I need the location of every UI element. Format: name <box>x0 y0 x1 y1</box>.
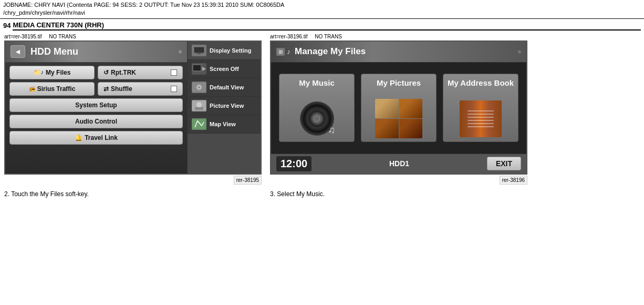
exit-button[interactable]: EXIT <box>487 157 521 170</box>
default-view-label: Default View <box>210 84 244 90</box>
mmf-header-icon1: ⊞ <box>276 48 285 56</box>
section-number: 94 <box>3 22 11 29</box>
photo-grid-icon <box>375 99 422 138</box>
left-diagram-meta: art=rer-38195.tif NO TRANS <box>4 34 262 39</box>
default-view-menu-item[interactable]: Default View <box>188 78 261 97</box>
my-music-label: My Music <box>299 78 335 88</box>
my-music-image: ♫ <box>293 99 340 138</box>
right-panel-menu: Display Setting Screen Off <box>187 42 261 174</box>
shuffle-icon: ⇄ <box>103 85 109 93</box>
sirius-label: Sirius Traffic <box>37 85 76 93</box>
section-label-row: 94 MEDIA CENTER 730N (RHR) <box>0 19 644 32</box>
book-line <box>468 123 494 124</box>
mmf-body: My Music ♫ My Pictures <box>271 63 526 154</box>
hdd-row-5: 🔔 Travel Link <box>9 131 183 145</box>
section-title: MEDIA CENTER 730N (RHR) <box>13 21 641 30</box>
rpt-trk-button[interactable]: ↺ Rpt.TRK <box>98 66 183 79</box>
book-line <box>468 117 494 118</box>
screen-off-label: Screen Off <box>210 66 239 72</box>
mmf-header: ⊞ ♪ Manage My Files ≡ <box>271 42 526 63</box>
mmf-clock: 12:00 <box>276 156 311 171</box>
vinyl-center <box>314 116 320 122</box>
screen-split: ◄ HDD Menu ≡ 📁♪ My Files ↺ <box>5 42 261 174</box>
system-setup-label: System Setup <box>75 101 117 109</box>
travel-link-icon: 🔔 <box>75 134 82 141</box>
sirius-icon: 📻 <box>29 86 35 92</box>
mmf-title: Manage My Files <box>295 46 366 57</box>
right-rer-label: rer-38196 <box>500 176 527 185</box>
back-button[interactable]: ◄ <box>11 45 25 58</box>
book-lines <box>465 108 496 130</box>
mmf-header-right: ≡ <box>518 49 521 55</box>
my-music-tile[interactable]: My Music ♫ <box>279 74 355 142</box>
right-meta1: art=rer-38196.tif <box>270 34 307 39</box>
mmf-header-icons: ⊞ ♪ <box>276 47 290 56</box>
book-line <box>468 114 494 115</box>
left-caption: 2. Touch the My Files soft-key. <box>4 190 262 199</box>
my-address-book-tile[interactable]: My Address Book <box>443 74 518 142</box>
photo-cell-2 <box>399 99 423 118</box>
svg-rect-0 <box>194 47 204 53</box>
svg-rect-10 <box>195 107 203 110</box>
rpt-icon: ↺ <box>103 69 109 76</box>
header-line2: /chry_pdm/chrysler/navi/rhr/navi <box>3 9 641 17</box>
picture-view-icon <box>192 100 206 111</box>
rpt-label: Rpt.TRK <box>111 69 136 76</box>
hdd-row-1: 📁♪ My Files ↺ Rpt.TRK <box>9 66 183 79</box>
left-meta2: NO TRANS <box>49 34 76 39</box>
svg-rect-3 <box>193 65 201 71</box>
travel-link-button[interactable]: 🔔 Travel Link <box>9 131 183 145</box>
shuffle-button[interactable]: ⇄ Shuffle <box>98 82 183 96</box>
my-pictures-tile[interactable]: My Pictures <box>361 74 437 142</box>
right-diagram-block: art=rer-38196.tif NO TRANS ⊞ ♪ Manage My… <box>270 34 527 185</box>
svg-rect-11 <box>192 119 206 129</box>
book-line <box>468 120 494 121</box>
music-note-icon: ♫ <box>328 125 336 136</box>
display-setting-label: Display Setting <box>210 47 251 54</box>
system-setup-button[interactable]: System Setup <box>9 98 183 112</box>
my-files-label: My Files <box>46 69 70 76</box>
audio-control-button[interactable]: Audio Control <box>9 115 183 128</box>
my-pictures-label: My Pictures <box>377 78 421 88</box>
mmf-storage-label: HDD1 <box>311 159 487 168</box>
picture-view-menu-item[interactable]: Picture View <box>188 97 261 115</box>
display-setting-icon <box>192 45 206 56</box>
hdd-header-icon: ≡ <box>179 49 182 55</box>
hdd-row-4: Audio Control <box>9 115 183 128</box>
picture-view-label: Picture View <box>210 103 244 109</box>
screen-off-menu-item[interactable]: Screen Off <box>188 60 261 78</box>
svg-point-7 <box>198 86 200 88</box>
header-line1: JOBNAME: CHRY NAVI (Contenta PAGE: 94 SE… <box>3 1 641 9</box>
my-pictures-image <box>375 99 422 138</box>
photo-cell-3 <box>375 119 399 138</box>
right-caption: 3. Select My Music. <box>270 190 527 199</box>
mmf-header-icon2: ♪ <box>287 47 290 56</box>
diagrams-row: art=rer-38195.tif NO TRANS ◄ HDD Menu ≡ <box>0 32 644 187</box>
photo-cell-4 <box>399 119 423 138</box>
book-line <box>468 110 494 111</box>
mmf-screen: ⊞ ♪ Manage My Files ≡ My Music <box>270 40 527 175</box>
map-view-icon <box>192 118 206 130</box>
mmf-title-text: Manage My Files <box>295 46 366 56</box>
default-view-icon <box>192 82 206 93</box>
sirius-traffic-button[interactable]: 📻 Sirius Traffic <box>9 82 95 96</box>
shuffle-checkbox[interactable] <box>171 86 177 92</box>
page-header: JOBNAME: CHRY NAVI (Contenta PAGE: 94 SE… <box>0 0 644 19</box>
map-view-label: Map View <box>210 121 236 127</box>
hdd-row-3: System Setup <box>9 98 183 112</box>
shuffle-label: Shuffle <box>111 85 132 93</box>
my-address-book-image <box>457 99 504 138</box>
rpt-checkbox[interactable] <box>171 69 177 76</box>
travel-link-label: Travel Link <box>85 134 118 141</box>
book-icon <box>460 100 502 137</box>
my-address-book-label: My Address Book <box>448 78 514 88</box>
hdd-menu-items: 📁♪ My Files ↺ Rpt.TRK 📻 <box>5 63 187 174</box>
my-files-button[interactable]: 📁♪ My Files <box>9 66 95 79</box>
left-rer-label: rer-38195 <box>234 176 262 185</box>
book-line <box>468 126 494 127</box>
right-meta2: NO TRANS <box>315 34 342 39</box>
map-view-menu-item[interactable]: Map View <box>188 115 261 134</box>
hdd-screen: ◄ HDD Menu ≡ 📁♪ My Files ↺ <box>4 40 262 175</box>
svg-point-9 <box>196 102 202 107</box>
display-setting-menu-item[interactable]: Display Setting <box>188 42 261 60</box>
